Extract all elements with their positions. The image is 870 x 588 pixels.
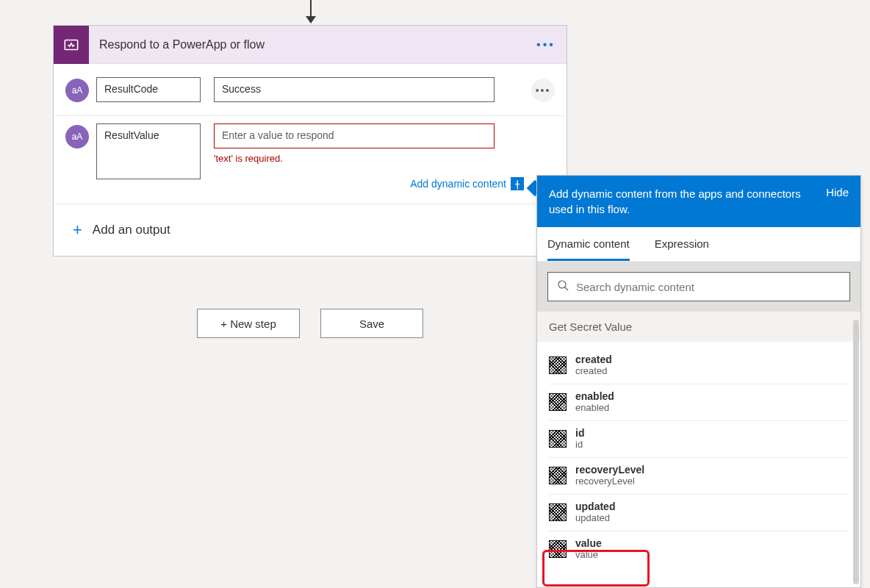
output-row-menu[interactable]: ••• — [531, 79, 555, 102]
panel-header: Add dynamic content from the apps and co… — [537, 176, 860, 227]
dc-item-desc: id — [575, 439, 584, 450]
action-menu-button[interactable]: ••• — [531, 30, 561, 60]
dc-list: createdcreated enabledenabled idid recov… — [537, 342, 860, 567]
dc-item-value[interactable]: valuevalue — [549, 531, 849, 567]
svg-line-2 — [565, 287, 568, 290]
add-output-button[interactable]: + Add an output — [54, 204, 567, 256]
placeholder-text: Enter a value to respond — [222, 129, 334, 141]
dc-item-name: created — [575, 354, 612, 365]
action-card-respond: Respond to a PowerApp or flow ••• aA Res… — [53, 25, 567, 257]
keyvault-icon — [549, 430, 567, 448]
dynamic-content-panel: Add dynamic content from the apps and co… — [536, 175, 861, 588]
dc-item-updated[interactable]: updatedupdated — [549, 495, 849, 531]
flow-arrow-connector — [306, 0, 316, 25]
powerapps-icon — [54, 26, 89, 64]
plus-icon: + — [73, 220, 82, 240]
action-card-header[interactable]: Respond to a PowerApp or flow ••• — [54, 26, 567, 64]
dc-item-id[interactable]: idid — [549, 421, 849, 458]
add-output-label: Add an output — [93, 223, 170, 237]
tab-dynamic-content[interactable]: Dynamic content — [547, 227, 630, 261]
output-row: aA ResultCode Success ••• — [65, 70, 555, 115]
dc-item-name: value — [575, 537, 602, 549]
search-icon — [557, 279, 569, 294]
dc-item-desc: enabled — [575, 402, 614, 413]
svg-rect-0 — [65, 40, 77, 49]
dc-item-name: updated — [575, 501, 615, 512]
output-row: aA ResultValue Enter a value to respond … — [65, 116, 555, 204]
output-name-input[interactable]: ResultCode — [96, 77, 201, 102]
panel-message: Add dynamic content from the apps and co… — [549, 186, 814, 217]
panel-tabs: Dynamic content Expression — [537, 227, 860, 262]
keyvault-icon — [549, 467, 567, 484]
add-dynamic-content-link[interactable]: Add dynamic content +∣ — [410, 177, 524, 190]
dc-item-recoverylevel[interactable]: recoveryLevelrecoveryLevel — [549, 458, 849, 495]
text-type-badge: aA — [65, 125, 89, 148]
dc-item-created[interactable]: createdcreated — [549, 348, 849, 384]
dc-section-header: Get Secret Value — [537, 312, 860, 342]
keyvault-icon — [549, 540, 567, 558]
dc-item-name: recoveryLevel — [575, 464, 644, 476]
flow-action-buttons: + New step Save — [197, 309, 423, 338]
save-button[interactable]: Save — [320, 309, 423, 338]
search-box[interactable] — [547, 272, 850, 301]
validation-error: 'text' is required. — [214, 153, 524, 164]
dc-item-desc: created — [575, 365, 612, 376]
search-input[interactable] — [576, 281, 841, 293]
dc-item-desc: updated — [575, 512, 615, 523]
dc-item-desc: recoveryLevel — [575, 476, 644, 487]
add-dynamic-content-label: Add dynamic content — [410, 178, 506, 190]
keyvault-icon — [549, 503, 567, 521]
dc-item-enabled[interactable]: enabledenabled — [549, 384, 849, 421]
keyvault-icon — [549, 356, 567, 374]
keyvault-icon — [549, 393, 567, 411]
search-bar — [537, 262, 860, 312]
output-value-input[interactable]: Enter a value to respond — [214, 123, 495, 148]
action-title: Respond to a PowerApp or flow — [89, 38, 531, 51]
panel-hide-button[interactable]: Hide — [826, 186, 849, 198]
output-value-input[interactable]: Success — [214, 77, 495, 102]
tab-expression[interactable]: Expression — [655, 227, 709, 261]
dynamic-content-icon: +∣ — [511, 177, 524, 190]
text-type-badge: aA — [65, 79, 89, 102]
dc-item-name: id — [575, 427, 584, 439]
dc-item-desc: value — [575, 549, 602, 560]
scrollbar[interactable] — [853, 320, 859, 584]
dc-item-name: enabled — [575, 390, 614, 402]
new-step-button[interactable]: + New step — [197, 309, 300, 338]
svg-point-1 — [558, 281, 566, 288]
output-name-input[interactable]: ResultValue — [96, 123, 201, 179]
